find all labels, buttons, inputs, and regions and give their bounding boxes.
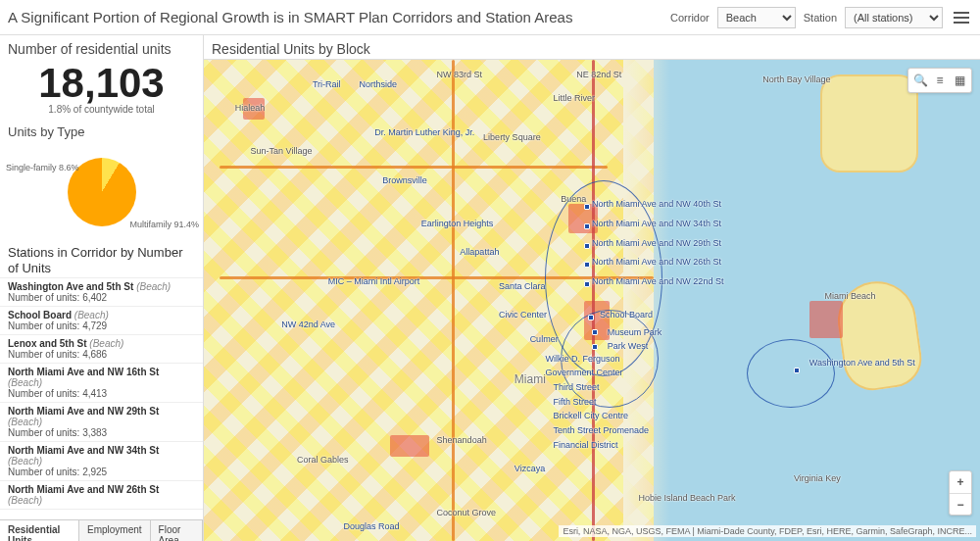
station-filter-label: Station [804, 12, 837, 24]
zoom-in-button[interactable]: + [950, 471, 971, 493]
station-label[interactable]: Park West [608, 341, 648, 351]
station-dot[interactable] [584, 281, 590, 287]
station-dot[interactable] [592, 329, 598, 335]
station-label[interactable]: Tenth Street Promenade [553, 425, 649, 435]
list-item[interactable]: School Board (Beach) Number of units: 4,… [0, 307, 203, 335]
place-label: Douglas Road [344, 521, 400, 531]
place-label: Buena [561, 194, 586, 204]
station-list[interactable]: Washington Ave and 5th St (Beach) Number… [0, 277, 203, 519]
place-label: NW 42nd Ave [281, 320, 335, 329]
list-item[interactable]: North Miami Ave and NW 26th St (Beach) [0, 481, 203, 510]
list-item[interactable]: North Miami Ave and NW 29th St (Beach) N… [0, 403, 203, 442]
place-label: Allapattah [460, 247, 499, 257]
station-label[interactable]: School Board [600, 310, 653, 320]
pie-label-multifamily: Multifamily 91.4% [129, 220, 199, 229]
place-label: Culmer [530, 334, 559, 344]
station-name: North Miami Ave and NW 16th St [8, 367, 159, 377]
pie-chart: Single-family 8.6% Multifamily 91.4% [0, 143, 203, 241]
station-label[interactable]: North Miami Ave and NW 26th St [592, 257, 721, 267]
map-title: Residential Units by Block [204, 35, 980, 59]
place-label: Coral Gables [297, 455, 349, 465]
place-label: Coconut Grove [437, 508, 497, 517]
station-label[interactable]: Third Street [553, 382, 599, 392]
station-units: Number of units: 4,729 [8, 320, 195, 331]
zoom-control: + − [949, 470, 972, 516]
station-dot[interactable] [584, 204, 590, 210]
station-label[interactable]: North Miami Ave and NW 22nd St [592, 276, 723, 286]
station-corridor: (Beach) [8, 456, 42, 467]
station-units: Number of units: 6,402 [8, 292, 195, 303]
station-label[interactable]: Fifth Street [553, 397, 596, 407]
station-dot[interactable] [584, 243, 590, 249]
place-label: Hialeah [235, 103, 266, 113]
place-label: Hobie Island Beach Park [639, 493, 736, 503]
search-icon[interactable]: 🔍 [911, 72, 929, 89]
station-label[interactable]: Museum Park [608, 327, 662, 337]
station-units: Number of units: 4,686 [8, 349, 195, 360]
place-label: NE 82nd St [576, 70, 621, 79]
corridor-filter-select[interactable]: Beach [717, 7, 796, 28]
place-label: Tri-Rail [313, 79, 341, 89]
station-dot[interactable] [592, 344, 598, 350]
station-label[interactable]: Wilkie D. Ferguson [545, 354, 619, 364]
place-label: Miami [514, 372, 546, 386]
station-corridor: (Beach) [89, 338, 123, 349]
station-label[interactable]: North Miami Ave and NW 40th St [592, 199, 721, 209]
place-label: Virginia Key [794, 473, 841, 483]
tab-employment[interactable]: Employment [79, 520, 151, 541]
list-item[interactable]: North Miami Ave and NW 16th St (Beach) N… [0, 364, 203, 403]
menu-icon[interactable] [951, 7, 972, 28]
pie-title: Units by Type [0, 121, 203, 143]
list-item[interactable]: Lenox and 5th St (Beach) Number of units… [0, 335, 203, 364]
place-label: Earlington Heights [421, 219, 494, 228]
station-units: Number of units: 3,383 [8, 427, 195, 438]
page-title: A Significant Portion of Regional Growth… [8, 9, 662, 25]
station-units: Number of units: 4,413 [8, 388, 195, 399]
station-label[interactable]: North Miami Ave and NW 29th St [592, 238, 721, 248]
station-filter-select[interactable]: (All stations) [845, 7, 943, 28]
corridor-filter-label: Corridor [670, 12, 710, 24]
place-label: Santa Clara [499, 281, 546, 291]
pie-label-single-family: Single-family 8.6% [6, 163, 79, 172]
legend-icon[interactable]: ≡ [931, 72, 949, 89]
station-dot[interactable] [584, 262, 590, 268]
station-label[interactable]: Brickell City Centre [553, 411, 628, 420]
station-label[interactable]: North Miami Ave and NW 34th St [592, 219, 721, 228]
station-label[interactable]: Government Center [545, 368, 622, 377]
map-canvas[interactable]: Hialeah Tri-Rail Northside NW 83rd St NE… [204, 59, 980, 541]
zoom-out-button[interactable]: − [950, 493, 971, 515]
place-label: NW 83rd St [437, 70, 483, 79]
place-label: MIC – Miami Intl Airport [328, 276, 420, 286]
kpi-subtitle: 1.8% of countywide total [0, 104, 203, 121]
place-label: Miami Beach [825, 291, 876, 301]
station-name: Washington Ave and 5th St [8, 281, 133, 292]
station-label[interactable]: Financial District [553, 440, 617, 450]
map-attribution: Esri, NASA, NGA, USGS, FEMA | Miami-Dade… [559, 525, 976, 537]
station-units: Number of units: 2,925 [8, 467, 195, 477]
station-name: School Board [8, 310, 72, 320]
station-dot[interactable] [584, 223, 590, 229]
station-list-title: Stations in Corridor by Number of Units [0, 241, 203, 277]
station-name: North Miami Ave and NW 34th St [8, 445, 159, 456]
tab-floor-area[interactable]: Floor Area [151, 520, 203, 541]
place-label: Liberty Square [483, 132, 541, 142]
station-corridor: (Beach) [74, 310, 109, 320]
station-dot[interactable] [588, 315, 594, 320]
station-dot[interactable] [794, 368, 800, 373]
list-item[interactable]: North Miami Ave and NW 34th St (Beach) N… [0, 442, 203, 481]
place-label: North Bay Village [762, 74, 830, 84]
station-name: Lenox and 5th St [8, 338, 87, 349]
place-label: Brownsville [382, 175, 427, 185]
place-label: Civic Center [499, 310, 547, 320]
list-item[interactable]: Washington Ave and 5th St (Beach) Number… [0, 278, 203, 307]
station-corridor: (Beach) [8, 377, 42, 388]
station-corridor: (Beach) [8, 417, 42, 427]
tab-residential-units[interactable]: Residential Units [0, 520, 79, 541]
station-label[interactable]: Washington Ave and 5th St [809, 358, 915, 368]
place-label: Dr. Martin Luther King, Jr. [374, 127, 474, 137]
station-name: North Miami Ave and NW 29th St [8, 406, 159, 417]
place-label: Little River [553, 93, 595, 103]
place-label: Sun-Tan Village [251, 146, 313, 156]
layers-icon[interactable]: ▦ [951, 72, 968, 89]
station-corridor: (Beach) [136, 281, 171, 292]
